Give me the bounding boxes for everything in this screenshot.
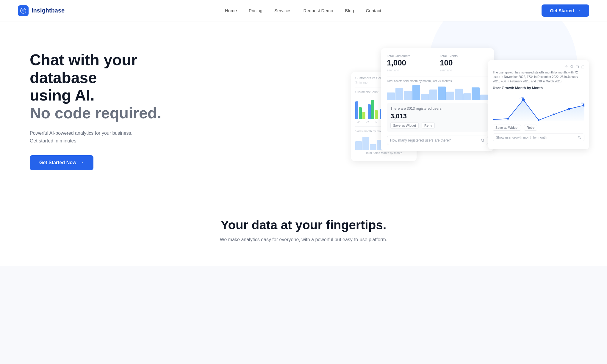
mini-bar-3 bbox=[370, 144, 376, 150]
main-mini-chart bbox=[387, 85, 488, 100]
bar-group-uk bbox=[368, 100, 378, 119]
overlay-save-btn[interactable]: Save as Widget bbox=[493, 125, 521, 131]
overlay-retry-btn[interactable]: Retry bbox=[524, 125, 537, 131]
bar-ca-3 bbox=[362, 112, 365, 119]
bar-ca-2 bbox=[359, 107, 362, 119]
mini-bar-2 bbox=[362, 137, 369, 150]
section2-title: Your data at your fingertips. bbox=[18, 218, 589, 232]
svg-text:2023-03: 2023-03 bbox=[555, 122, 563, 122]
card-overlay: The user growth has increased steadily m… bbox=[488, 60, 589, 149]
bar-uk-2 bbox=[371, 100, 374, 119]
hero-section: Chat with your database using AI. No cod… bbox=[0, 21, 607, 194]
save-widget-btn[interactable]: Save as Widget bbox=[390, 123, 419, 128]
main-input-bar[interactable]: How many registered users are there? bbox=[387, 136, 488, 145]
hero-visual: Customers vs Sales per Country 3min ago … bbox=[184, 48, 589, 173]
hero-left: Chat with your database using AI. No cod… bbox=[30, 51, 173, 170]
bar-uk-1 bbox=[368, 104, 371, 119]
nav-links: Home Pricing Services Request Demo Blog … bbox=[225, 8, 381, 13]
overlay-actions: Save as Widget Retry bbox=[493, 125, 584, 131]
svg-point-5 bbox=[566, 66, 567, 67]
nav-request-demo[interactable]: Request Demo bbox=[303, 8, 333, 13]
bar-group-ca bbox=[355, 101, 365, 119]
metrics-row: Total Customers 1,000 2min ago Total Eve… bbox=[387, 54, 488, 72]
svg-text:2023-01: 2023-01 bbox=[523, 122, 531, 122]
svg-point-10 bbox=[538, 119, 539, 121]
section-fingertips: Your data at your fingertips. We make an… bbox=[0, 194, 607, 266]
query-actions: Save as Widget Retry bbox=[390, 123, 484, 128]
brand-name: insightbase bbox=[32, 7, 65, 14]
svg-text:698: 698 bbox=[581, 102, 584, 105]
svg-point-12 bbox=[568, 108, 570, 110]
nav-pricing[interactable]: Pricing bbox=[249, 8, 262, 13]
back-bottom-label: Total Sales Month by Month bbox=[355, 151, 412, 155]
overlay-input-bar[interactable]: Show user growth month by month bbox=[493, 134, 584, 141]
logo-icon bbox=[18, 5, 29, 16]
save-icon bbox=[575, 65, 579, 68]
logo-svg bbox=[20, 7, 26, 14]
nav-get-started-button[interactable]: Get Started → bbox=[542, 4, 589, 17]
hero-cta-button[interactable]: Get Started Now → bbox=[30, 155, 93, 170]
mini-bar-1 bbox=[355, 141, 362, 150]
svg-line-22 bbox=[580, 138, 581, 139]
svg-point-3 bbox=[481, 139, 484, 141]
retry-btn[interactable]: Retry bbox=[422, 123, 435, 128]
svg-text:2023-02: 2023-02 bbox=[540, 122, 548, 122]
svg-line-4 bbox=[484, 141, 484, 142]
logo[interactable]: insightbase bbox=[18, 5, 65, 16]
svg-text:2022-11: 2022-11 bbox=[493, 122, 500, 122]
card-main: Total Customers 1,000 2min ago Total Eve… bbox=[381, 48, 494, 151]
hero-title: Chat with your database using AI. No cod… bbox=[30, 51, 173, 122]
svg-point-8 bbox=[507, 118, 509, 120]
svg-point-11 bbox=[553, 114, 555, 115]
bar-ca-1 bbox=[355, 101, 358, 119]
line-chart-svg: 1734 698 2022-11 2022-12 2023-01 2023-02… bbox=[493, 92, 584, 122]
svg-text:1734: 1734 bbox=[520, 97, 524, 99]
navbar: insightbase Home Pricing Services Reques… bbox=[0, 0, 607, 21]
search-icon bbox=[481, 138, 485, 142]
metric-customers: Total Customers 1,000 2min ago bbox=[387, 54, 435, 72]
zoom-icon bbox=[570, 65, 574, 68]
nav-home[interactable]: Home bbox=[225, 8, 237, 13]
nav-services[interactable]: Services bbox=[274, 8, 292, 13]
svg-point-6 bbox=[571, 65, 573, 68]
query-box: There are 3013 registered users. 3,013 S… bbox=[387, 103, 488, 132]
nav-contact[interactable]: Contact bbox=[366, 8, 381, 13]
hero-subtitle: Powerful AI-powered analytics for your b… bbox=[30, 129, 173, 145]
home-icon bbox=[581, 65, 584, 68]
metric-events: Total Events 100 2min ago bbox=[440, 54, 488, 72]
nav-blog[interactable]: Blog bbox=[345, 8, 354, 13]
settings-icon bbox=[565, 65, 568, 68]
bar-uk-3 bbox=[375, 110, 378, 119]
svg-line-7 bbox=[572, 67, 573, 68]
svg-point-21 bbox=[578, 136, 580, 138]
section2-subtitle: We make analytics easy for everyone, wit… bbox=[214, 237, 393, 242]
search-icon-overlay bbox=[578, 136, 581, 139]
svg-text:2022-12: 2022-12 bbox=[508, 122, 516, 122]
line-chart: 1734 698 2022-11 2022-12 2023-01 2023-02… bbox=[493, 92, 584, 122]
